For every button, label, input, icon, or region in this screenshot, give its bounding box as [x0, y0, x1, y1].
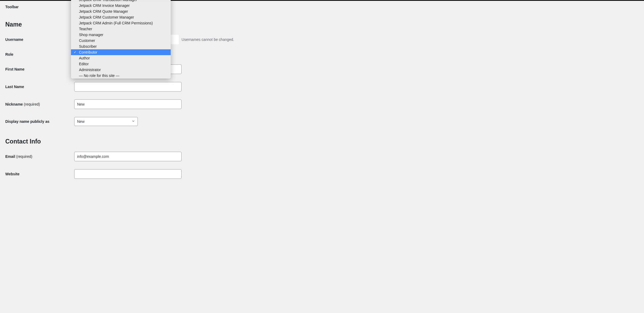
email-label: Email (required): [5, 154, 74, 159]
username-label: Username: [5, 37, 74, 42]
role-option[interactable]: Jetpack CRM Customer Manager: [71, 14, 171, 20]
email-input[interactable]: [74, 152, 182, 161]
role-option[interactable]: Jetpack CRM Quote Manager: [71, 8, 171, 14]
email-required: (required): [16, 154, 32, 159]
contact-info-heading: Contact Info: [5, 130, 639, 148]
role-dropdown-menu[interactable]: Jetpack CRM CustomerJetpack CRM Transact…: [71, 0, 171, 79]
nickname-label-text: Nickname: [5, 102, 23, 106]
display-name-label: Display name publicly as: [5, 119, 74, 124]
role-option[interactable]: Jetpack CRM Transaction Manager: [71, 0, 171, 3]
email-label-text: Email: [5, 154, 15, 159]
role-option[interactable]: Subscriber: [71, 44, 171, 49]
role-option[interactable]: Teacher: [71, 26, 171, 32]
nickname-required: (required): [24, 102, 40, 106]
role-option[interactable]: Customer: [71, 38, 171, 44]
last-name-input[interactable]: [74, 82, 182, 92]
role-label: Role: [5, 52, 74, 56]
role-option[interactable]: Contributor: [71, 49, 171, 55]
display-name-select[interactable]: New: [74, 117, 138, 126]
role-option[interactable]: Jetpack CRM Invoice Manager: [71, 3, 171, 8]
role-option[interactable]: — No role for this site —: [71, 73, 171, 79]
role-option[interactable]: Editor: [71, 61, 171, 67]
role-option[interactable]: Author: [71, 55, 171, 61]
role-option[interactable]: Jetpack CRM Admin (Full CRM Permissions): [71, 20, 171, 26]
role-option[interactable]: Shop manager: [71, 32, 171, 38]
website-label: Website: [5, 172, 74, 176]
website-input[interactable]: [74, 169, 182, 179]
nickname-input[interactable]: [74, 99, 182, 109]
username-helper: Usernames cannot be changed.: [182, 37, 234, 42]
toolbar-label: Toolbar: [5, 5, 74, 9]
nickname-label: Nickname (required): [5, 102, 74, 106]
role-option[interactable]: Administrator: [71, 67, 171, 73]
last-name-label: Last Name: [5, 85, 74, 89]
first-name-label: First Name: [5, 67, 74, 71]
